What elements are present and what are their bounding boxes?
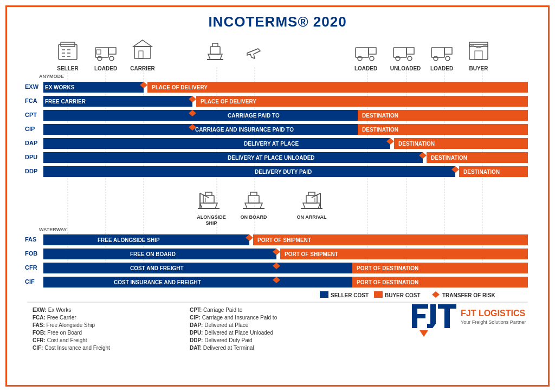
svg-text:CARRIAGE AND INSURANCE PAID TO: CARRIAGE AND INSURANCE PAID TO [195, 127, 294, 133]
svg-point-38 [396, 56, 400, 61]
svg-text:UNLOADED: UNLOADED [390, 66, 421, 71]
svg-rect-31 [356, 48, 369, 57]
svg-text:DESTINATION: DESTINATION [431, 155, 467, 161]
main-container: INCOTERMS® 2020 SELLER LOADED [5, 5, 550, 387]
svg-rect-16 [134, 47, 151, 58]
svg-marker-37 [406, 48, 414, 54]
svg-rect-19 [210, 47, 220, 54]
svg-text:BUYER COST: BUYER COST [385, 292, 421, 298]
svg-rect-138 [374, 291, 383, 298]
svg-marker-156 [427, 304, 436, 328]
svg-text:DAP:  Delivered at Place: DAP: Delivered at Place [190, 322, 249, 328]
svg-text:DESTINATION: DESTINATION [463, 169, 500, 175]
svg-rect-104 [306, 195, 317, 203]
svg-text:FREE ALONGSIDE SHIP: FREE ALONGSIDE SHIP [98, 237, 160, 243]
svg-text:FJT LOGISTICS: FJT LOGISTICS [461, 309, 525, 318]
svg-rect-41 [431, 48, 444, 57]
svg-point-13 [109, 56, 114, 61]
svg-text:FAS: FAS [25, 236, 36, 243]
svg-text:DESTINATION: DESTINATION [362, 113, 398, 119]
svg-text:CFR: CFR [25, 264, 37, 271]
svg-marker-42 [444, 48, 452, 54]
svg-text:DELIVERY AT PLACE: DELIVERY AT PLACE [244, 141, 299, 147]
svg-text:CIP:  Carriage and Insurance P: CIP: Carriage and Insurance Paid to [190, 315, 278, 321]
svg-marker-140 [432, 291, 440, 298]
svg-text:TRANSFER OF RISK: TRANSFER OF RISK [442, 292, 496, 298]
svg-text:ON ARRIVAL: ON ARRIVAL [297, 214, 327, 220]
svg-text:BUYER: BUYER [469, 66, 488, 71]
svg-text:ON BOARD: ON BOARD [241, 214, 267, 220]
svg-rect-48 [475, 51, 482, 60]
svg-text:CIF:  Cost Insurance and Freig: CIF: Cost Insurance and Freight [33, 345, 110, 351]
svg-text:Your Freight Solutions Partner: Your Freight Solutions Partner [461, 319, 526, 325]
svg-marker-15 [133, 40, 152, 47]
svg-text:DDP:  Delivered Duty Paid: DDP: Delivered Duty Paid [190, 337, 253, 343]
svg-text:DELIVERY AT PLACE UNLOADED: DELIVERY AT PLACE UNLOADED [228, 155, 315, 161]
svg-rect-11 [96, 50, 101, 54]
svg-point-33 [358, 56, 362, 61]
svg-text:FCA:  Free Carrier: FCA: Free Carrier [33, 315, 76, 321]
svg-rect-75 [43, 138, 390, 149]
svg-marker-157 [438, 304, 456, 328]
svg-marker-32 [369, 48, 376, 54]
svg-text:CIP: CIP [25, 126, 35, 132]
svg-text:PORT OF DESTINATION: PORT OF DESTINATION [357, 265, 418, 271]
svg-text:FCA: FCA [25, 97, 37, 104]
svg-text:CARRIER: CARRIER [130, 66, 155, 71]
svg-text:PORT OF SHIPMENT: PORT OF SHIPMENT [257, 237, 311, 243]
svg-text:PLACE OF DELIVERY: PLACE OF DELIVERY [201, 99, 256, 104]
svg-text:CPT:  Carriage Paid to: CPT: Carriage Paid to [190, 307, 243, 313]
svg-point-34 [370, 56, 374, 61]
svg-marker-10 [108, 48, 116, 54]
svg-rect-9 [95, 48, 108, 57]
svg-text:FAS:  Free Alongside Ship: FAS: Free Alongside Ship [33, 322, 95, 328]
svg-text:ALONGSIDE: ALONGSIDE [197, 214, 226, 220]
svg-text:DELIVERY DUTY PAID: DELIVERY DUTY PAID [255, 169, 312, 175]
svg-rect-36 [393, 48, 406, 57]
svg-text:FOB: FOB [25, 250, 37, 257]
svg-point-44 [446, 56, 450, 61]
svg-text:EXW:  Ex Works: EXW: Ex Works [33, 307, 71, 313]
main-chart: SELLER LOADED CARRIER [22, 34, 533, 375]
svg-rect-17 [139, 51, 143, 58]
svg-text:PLACE OF DELIVERY: PLACE OF DELIVERY [152, 84, 208, 90]
svg-text:EX WORKS: EX WORKS [45, 84, 75, 90]
svg-text:DDP: DDP [25, 168, 37, 174]
svg-marker-155 [412, 304, 428, 328]
svg-text:LOADED: LOADED [430, 66, 453, 71]
svg-text:DESTINATION: DESTINATION [362, 127, 398, 133]
svg-text:DAT:  Delivered at Terminal: DAT: Delivered at Terminal [190, 345, 254, 351]
svg-text:COST INSURANCE AND FREIGHT: COST INSURANCE AND FREIGHT [114, 279, 201, 285]
page-title: INCOTERMS® 2020 [7, 7, 548, 34]
svg-text:PORT OF SHIPMENT: PORT OF SHIPMENT [285, 251, 338, 257]
svg-text:SELLER COST: SELLER COST [331, 292, 369, 298]
svg-text:CFR:  Cost and Freight: CFR: Cost and Freight [33, 337, 87, 343]
svg-rect-87 [43, 166, 455, 177]
svg-text:PORT OF DESTINATION: PORT OF DESTINATION [357, 279, 418, 285]
svg-text:DESTINATION: DESTINATION [398, 141, 435, 147]
svg-rect-136 [320, 291, 328, 298]
svg-text:DPU:  Delivered at Place Unloa: DPU: Delivered at Place Unloaded [190, 330, 273, 336]
svg-text:FREE CARRIER: FREE CARRIER [45, 99, 86, 104]
svg-rect-63 [43, 110, 358, 121]
svg-text:COST AND FREIGHT: COST AND FREIGHT [130, 265, 184, 271]
svg-text:WATERWAY: WATERWAY [39, 227, 67, 232]
svg-text:FOB:  Free on Board: FOB: Free on Board [33, 330, 82, 336]
svg-text:DPU: DPU [25, 154, 37, 160]
svg-point-39 [408, 56, 412, 61]
svg-text:FREE ON BOARD: FREE ON BOARD [130, 251, 176, 257]
svg-point-12 [98, 56, 102, 61]
svg-point-43 [434, 56, 438, 61]
svg-rect-92 [203, 195, 214, 203]
svg-text:EXW: EXW [25, 83, 39, 90]
svg-rect-125 [43, 263, 352, 273]
svg-marker-158 [420, 330, 428, 337]
svg-rect-100 [248, 195, 259, 203]
svg-text:CPT: CPT [25, 112, 37, 118]
svg-text:CIF: CIF [25, 278, 35, 285]
svg-text:DAP: DAP [25, 140, 37, 146]
svg-text:CARRIAGE PAID TO: CARRIAGE PAID TO [228, 113, 280, 119]
svg-text:SHIP: SHIP [205, 220, 217, 226]
anymode-label: ANYMODE [39, 74, 64, 79]
svg-text:LOADED: LOADED [354, 66, 377, 71]
